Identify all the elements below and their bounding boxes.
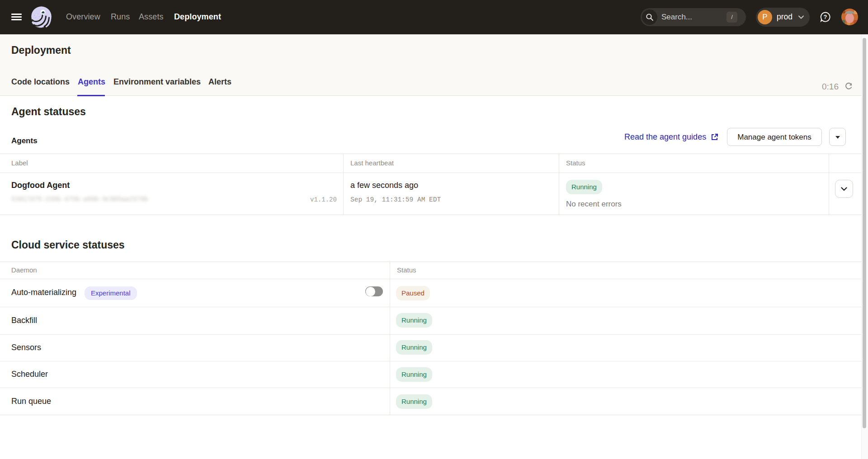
- svg-text:?: ?: [824, 14, 827, 20]
